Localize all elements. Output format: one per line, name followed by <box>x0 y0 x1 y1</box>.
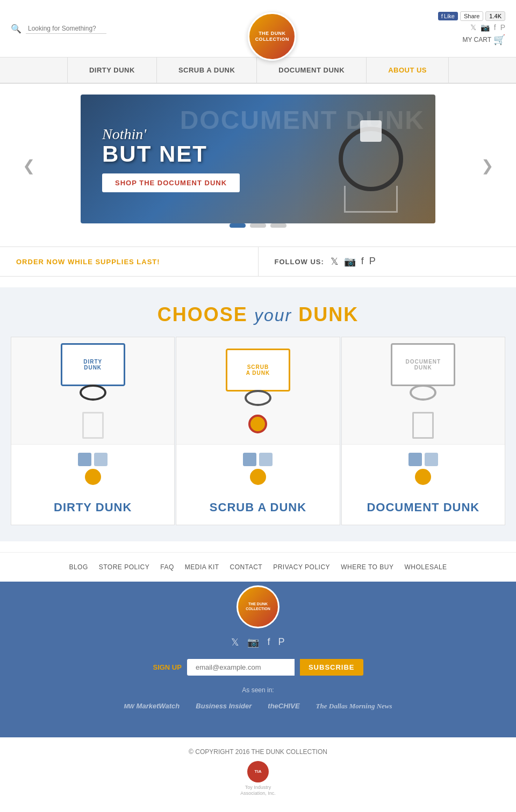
twitter-icon-promo[interactable]: 𝕏 <box>331 256 339 267</box>
pinterest-icon-footer[interactable]: P <box>278 636 285 648</box>
footer-link-media-kit[interactable]: MEDIA KIT <box>185 563 219 571</box>
product-scrub-a-dunk[interactable]: SCRUBA DUNK SCRUB A DUNK <box>176 337 340 525</box>
footer-link-faq[interactable]: FAQ <box>160 563 174 571</box>
hero-dots <box>230 223 286 236</box>
hero-prev-button[interactable]: ❮ <box>16 152 41 178</box>
email-input[interactable] <box>187 659 295 676</box>
twitter-icon-footer[interactable]: 𝕏 <box>231 636 239 648</box>
search-area: 🔍 <box>11 24 106 34</box>
dirty-dunk-board: DIRTYDUNK <box>61 343 125 386</box>
product-dirty-dunk[interactable]: DIRTYDUNK DIRTY DUNK <box>11 337 175 525</box>
fb-like-count: 1.4K <box>485 11 505 21</box>
footer-logo-text: THE DUNK COLLECTION <box>238 602 278 611</box>
dirty-dunk-board-label: DIRTYDUNK <box>83 359 102 371</box>
nav-dirty-dunk[interactable]: DIRTY DUNK <box>67 57 157 83</box>
cart-icon: 🛒 <box>493 34 505 46</box>
hero-bold-title: BUT NET <box>102 143 240 165</box>
fb-like-area: f Like Share 1.4K <box>438 11 505 21</box>
nav-document-dunk[interactable]: DOCUMENT DUNK <box>257 57 367 83</box>
promo-right: FOLLOW US: 𝕏 📷 f P <box>259 247 517 276</box>
as-seen-in: As seen in: <box>11 686 505 694</box>
doc-dunk-label: DOCUMENT DUNK <box>342 493 505 525</box>
fb-like-label: Like <box>444 13 455 19</box>
pinterest-icon-promo[interactable]: P <box>369 256 376 267</box>
facebook-icon-promo[interactable]: f <box>361 256 364 267</box>
media-logo-dallas: The Dallas Morning News <box>316 702 392 711</box>
instagram-icon-top[interactable]: 📷 <box>481 23 490 32</box>
fb-share-button[interactable]: Share <box>460 11 483 21</box>
hero-next-button[interactable]: ❯ <box>475 152 500 178</box>
subscribe-button[interactable]: SUBSCRIBE <box>300 659 363 676</box>
footer-link-contact[interactable]: CONTACT <box>230 563 263 571</box>
follow-label: FOLLOW US: <box>275 258 324 266</box>
choose-title: CHOOSE your DUNK <box>11 303 505 326</box>
dunk-word: DUNK <box>298 303 359 325</box>
footer-link-wholesale[interactable]: WHOLESALE <box>404 563 447 571</box>
toy-badge: TIA <box>247 761 269 782</box>
hero-slide: DOCUMENT DUNK Nothin' BUT NET SHOP THE D… <box>81 95 435 223</box>
signup-row: SIGN UP SUBSCRIBE <box>11 659 505 676</box>
your-word: your <box>254 306 292 325</box>
hoop-visual <box>339 127 403 191</box>
footer-link-blog[interactable]: BLOG <box>69 563 88 571</box>
pinterest-icon-top[interactable]: P <box>500 23 505 32</box>
fb-like-button[interactable]: f Like <box>438 12 458 20</box>
hero-cta-button[interactable]: SHOP THE DOCUMENT DUNK <box>102 173 240 192</box>
facebook-icon-footer[interactable]: f <box>267 636 270 648</box>
footer-social-icons: 𝕏 📷 f P <box>11 636 505 648</box>
footer-link-privacy[interactable]: PRIVACY POLICY <box>273 563 330 571</box>
signup-label: SIGN UP <box>153 663 181 671</box>
media-logo-chive: theCHIVE <box>268 702 299 710</box>
toy-badge-text: TIA <box>255 769 262 774</box>
promo-left: ORDER NOW WHILE SUPPLIES LAST! <box>0 247 259 276</box>
dot-2[interactable] <box>250 223 266 228</box>
media-logo-business-insider: Business Insider <box>196 702 252 710</box>
choose-word: CHOOSE <box>157 303 248 325</box>
basketball-icon-3 <box>415 469 431 485</box>
footer-link-where-to-buy[interactable]: WHERE TO BUY <box>341 563 393 571</box>
logo-area: THE DUNK COLLECTION <box>106 4 438 53</box>
cart-label: MY CART <box>462 36 491 44</box>
logo-text: THE DUNK COLLECTION <box>249 31 295 42</box>
dirty-dunk-img: DIRTYDUNK <box>11 337 174 445</box>
nav-about-us[interactable]: ABOUT US <box>367 57 449 83</box>
main-nav: DIRTY DUNK SCRUB A DUNK DOCUMENT DUNK AB… <box>0 57 516 84</box>
hoop-net <box>344 186 398 213</box>
promo-text: ORDER NOW WHILE SUPPLIES LAST! <box>16 258 160 266</box>
product-document-dunk[interactable]: DOCUMENTDUNK DOCUMENT DUNK <box>341 337 505 525</box>
cart-area[interactable]: MY CART 🛒 <box>462 34 505 46</box>
dirty-dunk-icons <box>11 445 174 493</box>
doc-dunk-img: DOCUMENTDUNK <box>342 337 505 445</box>
products-grid: DIRTYDUNK DIRTY DUNK SCRU <box>11 337 505 525</box>
logo[interactable]: THE DUNK COLLECTION <box>248 12 296 61</box>
scrub-dunk-icons <box>176 445 339 493</box>
copyright-text: © COPYRIGHT 2016 THE DUNK COLLECTION <box>11 748 505 756</box>
doc-dunk-board: DOCUMENTDUNK <box>391 343 455 386</box>
nav-scrub-a-dunk[interactable]: SCRUB A DUNK <box>157 57 257 83</box>
instagram-icon-footer[interactable]: 📷 <box>247 636 259 648</box>
hero-container: ❮ DOCUMENT DUNK Nothin' BUT NET SHOP THE… <box>0 84 516 247</box>
footer-logo[interactable]: THE DUNK COLLECTION <box>236 585 280 628</box>
social-icons-promo: 𝕏 📷 f P <box>331 256 376 267</box>
instagram-icon-promo[interactable]: 📷 <box>344 256 356 267</box>
basketball-icon-2 <box>250 469 266 485</box>
twitter-icon-top[interactable]: 𝕏 <box>470 23 476 32</box>
basketball-icon-1 <box>85 469 101 485</box>
footer-bottom: THE DUNK COLLECTION 𝕏 📷 f P SIGN UP SUBS… <box>0 582 516 737</box>
footer-nav: BLOG STORE POLICY FAQ MEDIA KIT CONTACT … <box>0 552 516 582</box>
search-icon: 🔍 <box>11 24 22 34</box>
doc-dunk-board-label: DOCUMENTDUNK <box>405 359 441 371</box>
choose-section: CHOOSE your DUNK DIRTYDUNK <box>0 287 516 541</box>
hero-visual <box>296 95 435 223</box>
facebook-icon-top[interactable]: f <box>494 23 496 32</box>
footer-link-store-policy[interactable]: STORE POLICY <box>99 563 149 571</box>
promo-banner: ORDER NOW WHILE SUPPLIES LAST! FOLLOW US… <box>0 247 516 277</box>
doc-dunk-icons <box>342 445 505 493</box>
dot-3[interactable] <box>270 223 286 228</box>
toy-assoc-text: Toy Industry Association, Inc. <box>240 785 276 797</box>
dirty-dunk-label: DIRTY DUNK <box>11 493 174 525</box>
scrub-dunk-img: SCRUBA DUNK <box>176 337 339 445</box>
hero-content: Nothin' BUT NET SHOP THE DOCUMENT DUNK <box>81 110 261 208</box>
search-input[interactable] <box>26 24 106 34</box>
dot-1[interactable] <box>230 223 246 228</box>
